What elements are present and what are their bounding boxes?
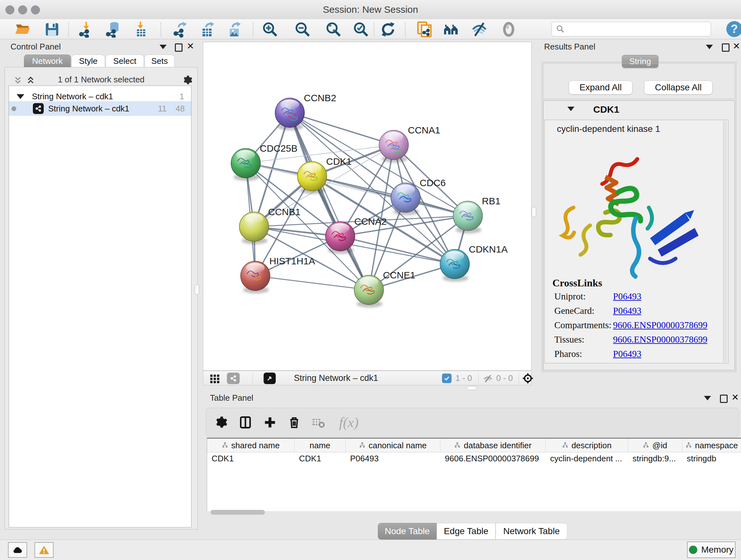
expand-all-button[interactable]: Expand All xyxy=(569,80,632,95)
tab-style[interactable]: Style xyxy=(71,55,105,67)
tab-node-table[interactable]: Node Table xyxy=(378,523,436,540)
column-header-label: @id xyxy=(652,441,667,450)
export-network-icon[interactable] xyxy=(172,20,190,38)
zoom-out-icon[interactable] xyxy=(293,20,312,38)
table-panel-menu-icon[interactable] xyxy=(704,396,711,400)
node-table: shared namenamecanonical namedatabase id… xyxy=(207,438,741,511)
save-session-icon[interactable] xyxy=(43,20,61,38)
tab-edge-table[interactable]: Edge Table xyxy=(436,523,495,540)
column-header-description[interactable]: description xyxy=(546,439,628,452)
crosslink-link[interactable]: P06493 xyxy=(613,291,642,302)
delete-column-trash-icon[interactable] xyxy=(286,414,302,431)
memory-button[interactable]: Memory xyxy=(687,542,736,558)
network-edge-HIST1H1A-CCNE1[interactable] xyxy=(255,276,369,290)
toolbar-divider xyxy=(374,22,374,37)
hidden-eye-slash-icon[interactable] xyxy=(483,374,493,385)
import-table-from-file-icon[interactable] xyxy=(131,20,149,38)
network-node-RB1[interactable]: RB1 xyxy=(453,196,500,233)
column-header-shared-name[interactable]: shared name xyxy=(207,439,294,452)
export-table-icon[interactable] xyxy=(199,20,217,38)
table-row[interactable]: CDK1CDK1P064939606.ENSP00000378699cyclin… xyxy=(207,452,741,465)
grid-view-icon[interactable] xyxy=(209,373,220,385)
hide-graphics-details-icon[interactable] xyxy=(470,20,488,38)
tab-sets[interactable]: Sets xyxy=(145,55,175,67)
left-splitter-handle[interactable] xyxy=(195,285,199,295)
bottom-splitter-handle[interactable] xyxy=(467,386,477,390)
network-node-CDKN1A[interactable]: CDKN1A xyxy=(440,244,508,282)
table-panel-close-icon[interactable]: ✕ xyxy=(731,392,739,402)
column-header-namespace[interactable]: namespace xyxy=(682,439,741,452)
search-input[interactable] xyxy=(551,22,711,37)
column-type-icon xyxy=(685,441,692,450)
column-header-canonical-name[interactable]: canonical name xyxy=(346,439,441,452)
control-panel-close-icon[interactable]: ✕ xyxy=(187,41,194,51)
refresh-view-icon[interactable] xyxy=(379,20,397,38)
crosslink-link[interactable]: 9606.ENSP00000378699 xyxy=(613,320,708,330)
collapse-all-button[interactable]: Collapse All xyxy=(644,80,713,95)
column-header-@id[interactable]: @id xyxy=(628,439,682,452)
control-panel-float-icon[interactable] xyxy=(175,44,183,52)
warnings-button[interactable] xyxy=(35,542,54,558)
network-canvas[interactable]: CCNB2CCNA1CDC25BCDK1CDC6RB1CCNB1CCNA2CDK… xyxy=(203,42,532,371)
entry-description: cyclin-dependent kinase 1 xyxy=(557,124,660,134)
network-edge-CCNB2-CCNA1[interactable] xyxy=(290,113,394,145)
import-network-from-file-icon[interactable] xyxy=(77,20,95,38)
results-panel-menu-icon[interactable] xyxy=(706,45,713,49)
help-icon[interactable]: ? xyxy=(726,21,741,37)
column-header-database-identifier[interactable]: database identifier xyxy=(441,439,546,452)
tab-network-table[interactable]: Network Table xyxy=(495,523,567,540)
network-node-CDC6[interactable]: CDC6 xyxy=(391,178,446,215)
detach-view-icon[interactable] xyxy=(264,373,276,384)
table-panel-float-icon[interactable] xyxy=(720,395,728,403)
node-label-CDK1: CDK1 xyxy=(326,156,352,167)
table-cell[interactable]: CDK1 xyxy=(294,452,346,465)
network-list: String Network – cdk1 1 String Network –… xyxy=(9,85,192,527)
create-column-plus-icon[interactable] xyxy=(262,414,278,431)
tab-select[interactable]: Select xyxy=(106,55,144,67)
network-selection-status: 1 of 1 Network selected xyxy=(4,75,198,84)
tab-network[interactable]: Network xyxy=(24,55,71,67)
results-scrollbar[interactable] xyxy=(723,121,727,362)
network-node-CCNE1[interactable]: CCNE1 xyxy=(354,270,415,307)
table-cell[interactable]: 9606.ENSP00000378699 xyxy=(441,452,546,465)
network-node-HIST1H1A[interactable]: HIST1H1A xyxy=(241,256,315,294)
function-builder-icon[interactable]: f(x) xyxy=(334,414,363,431)
table-cell[interactable]: stringdb xyxy=(682,452,741,465)
delete-table-icon[interactable] xyxy=(310,414,327,431)
collection-expander-icon[interactable] xyxy=(17,94,24,99)
results-panel-close-icon[interactable]: ✕ xyxy=(733,41,740,51)
open-session-icon[interactable] xyxy=(14,20,32,38)
cloud-status-button[interactable] xyxy=(8,542,27,558)
network-node-CDK1[interactable]: CDK1 xyxy=(297,156,352,194)
network-node-CDC25B[interactable]: CDC25B xyxy=(231,143,297,181)
show-graphics-details-icon[interactable] xyxy=(500,20,518,38)
network-node-CCNA1[interactable]: CCNA1 xyxy=(379,125,441,163)
table-horizontal-scrollbar[interactable] xyxy=(211,510,265,515)
string-protein-query-icon[interactable] xyxy=(415,20,433,38)
birds-eye-view-icon[interactable] xyxy=(522,372,534,386)
crosslink-link[interactable]: P06493 xyxy=(613,306,642,316)
zoom-fit-icon[interactable] xyxy=(325,20,342,38)
control-panel-menu-icon[interactable] xyxy=(159,45,166,49)
selected-checkbox-icon[interactable] xyxy=(442,374,452,383)
show-column-icon[interactable] xyxy=(237,414,254,431)
import-network-from-database-icon[interactable] xyxy=(104,20,122,38)
table-cell[interactable]: stringdb:9... xyxy=(628,452,682,465)
zoom-selected-icon[interactable] xyxy=(352,20,370,38)
home-icon[interactable] xyxy=(442,20,460,38)
zoom-in-icon[interactable] xyxy=(261,20,279,38)
network-row[interactable]: String Network – cdk1 11 48 xyxy=(9,101,191,116)
table-cell[interactable]: P06493 xyxy=(346,452,441,465)
export-image-icon[interactable] xyxy=(226,20,244,38)
right-splitter-handle[interactable] xyxy=(532,207,536,217)
crosslink-link[interactable]: 9606.ENSP00000378699 xyxy=(613,334,708,345)
results-panel-float-icon[interactable] xyxy=(722,44,730,52)
table-settings-gear-icon[interactable] xyxy=(212,414,229,431)
column-header-name[interactable]: name xyxy=(294,439,346,452)
network-share-view-icon[interactable] xyxy=(227,373,240,384)
network-options-gear-icon[interactable] xyxy=(182,75,193,87)
crosslink-link[interactable]: P06493 xyxy=(613,349,642,359)
table-cell[interactable]: cyclin-dependent ... xyxy=(546,452,628,465)
entry-expander-icon[interactable] xyxy=(567,107,575,111)
table-cell[interactable]: CDK1 xyxy=(207,452,294,465)
